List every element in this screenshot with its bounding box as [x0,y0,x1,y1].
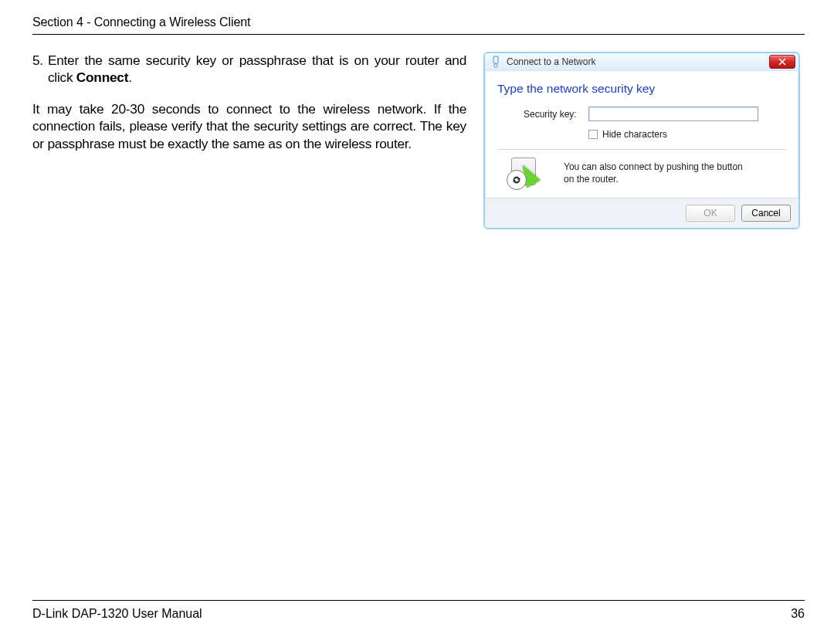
hide-chars-label: Hide characters [602,129,667,140]
page-footer: D-Link DAP-1320 User Manual 36 [32,600,805,621]
security-key-input[interactable] [588,107,758,121]
sync-icon [507,170,527,190]
security-key-row: Security key: [524,107,786,121]
security-key-label: Security key: [524,109,579,120]
svg-point-1 [494,64,497,67]
dialog-titlebar: Connect to a Network [485,53,798,71]
content-body: 5. Enter the same security key or passph… [32,52,805,229]
svg-rect-0 [493,56,498,63]
cancel-button[interactable]: Cancel [741,205,791,222]
step-text-bold: Connect [76,69,128,85]
dialog-body: Type the network security key Security k… [485,71,798,198]
footer-page-number: 36 [791,607,805,621]
instruction-text: 5. Enter the same security key or passph… [32,52,466,229]
close-icon [778,58,786,66]
network-icon [490,56,502,68]
step-text-suffix: . [128,69,132,85]
hide-chars-row: Hide characters [588,129,786,140]
close-button[interactable] [769,55,795,69]
section-title: Section 4 - Connecting a Wireless Client [32,15,250,29]
page-header: Section 4 - Connecting a Wireless Client [32,15,805,35]
wps-hint-row: You can also connect by pushing the butt… [507,158,786,190]
footer-left: D-Link DAP-1320 User Manual [32,607,202,621]
dialog-button-bar: OK Cancel [485,198,798,228]
step-5: 5. Enter the same security key or passph… [32,52,466,86]
dialog-title: Connect to a Network [507,56,769,67]
hide-chars-checkbox[interactable] [588,130,598,139]
ok-button[interactable]: OK [686,205,735,222]
step-text: Enter the same security key or passphras… [48,52,466,86]
wps-hint-text: You can also connect by pushing the butt… [564,161,749,185]
divider [497,149,786,150]
dialog-heading: Type the network security key [497,82,786,96]
dialog-screenshot: Connect to a Network Type the network se… [483,52,800,229]
connect-network-dialog: Connect to a Network Type the network se… [483,52,800,229]
step-number: 5. [32,52,43,86]
router-icon [507,158,551,190]
info-paragraph: It may take 20-30 seconds to connect to … [32,100,466,152]
